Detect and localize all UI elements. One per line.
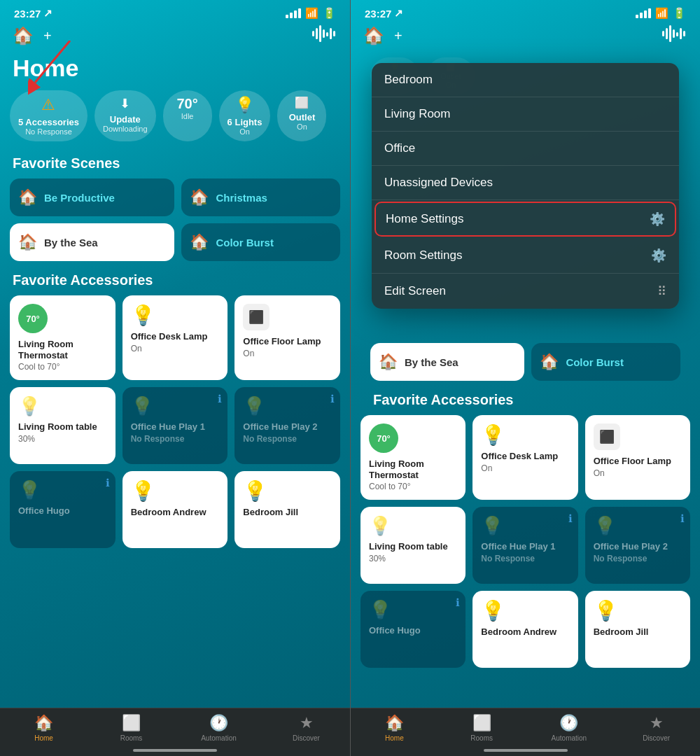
temp-icon: 70° bbox=[18, 304, 48, 333]
scenes-below-dropdown: 🏠 By the Sea 🏠 Color Burst Favorite Acce… bbox=[351, 343, 700, 668]
wifi-icon: 📶 bbox=[305, 7, 318, 20]
accessories-grid: 70° Living Room Thermostat Cool to 70° 💡… bbox=[10, 295, 340, 548]
tab-discover[interactable]: ★ Discover bbox=[262, 714, 350, 742]
rooms-tab-icon: ⬜ bbox=[122, 714, 141, 732]
svg-rect-14 bbox=[680, 28, 682, 39]
scene-color-burst-right[interactable]: 🏠 Color Burst bbox=[531, 343, 680, 381]
scene-icon: 🏠 bbox=[18, 188, 37, 206]
alert-icon: ⚠ bbox=[41, 96, 55, 114]
svg-rect-8 bbox=[333, 31, 335, 36]
accessory-office-floor-lamp[interactable]: ⬛ Office Floor Lamp On bbox=[234, 295, 340, 380]
scene-by-the-sea-right[interactable]: 🏠 By the Sea bbox=[370, 343, 524, 381]
dropdown-unassigned[interactable]: Unassigned Devices bbox=[372, 166, 679, 200]
accessory-hue-play-1-right[interactable]: ℹ 💡 Office Hue Play 1 No Response bbox=[472, 507, 578, 584]
alert-badge-icon: ℹ bbox=[330, 393, 335, 405]
accessory-living-room-table[interactable]: 💡 Living Room table 30% bbox=[10, 387, 115, 464]
accessory-table-lamp-right[interactable]: 💡 Living Room table 30% bbox=[360, 507, 465, 584]
dropdown-item-label: Living Room bbox=[384, 107, 451, 121]
bulb-dim-icon: 💡 bbox=[18, 396, 107, 417]
dropdown-item-label: Home Settings bbox=[386, 212, 464, 226]
home-button-right[interactable]: 🏠 bbox=[363, 26, 384, 46]
add-button-right[interactable]: + bbox=[394, 28, 402, 44]
status-pill-update[interactable]: ⬇ Update Downloading bbox=[94, 90, 156, 141]
scene-by-the-sea[interactable]: 🏠 By the Sea bbox=[10, 223, 174, 261]
dropdown-item-label: Office bbox=[384, 141, 415, 155]
tab-home-right[interactable]: 🏠 Home bbox=[351, 714, 438, 742]
discover-tab-icon: ★ bbox=[300, 714, 314, 732]
scenes-section-title: Favorite Scenes bbox=[0, 151, 350, 178]
svg-rect-12 bbox=[673, 29, 675, 38]
scenes-row-2: 🏠 By the Sea 🏠 Color Burst bbox=[0, 223, 350, 268]
home-button[interactable]: 🏠 bbox=[13, 26, 34, 46]
bulb-yellow-icon: 💡 bbox=[131, 479, 220, 503]
gear-icon-2: ⚙️ bbox=[651, 248, 666, 263]
dropdown-room-settings[interactable]: Room Settings ⚙️ bbox=[372, 238, 679, 274]
status-icons: 📶 🔋 bbox=[286, 7, 336, 20]
page-title: Home bbox=[0, 52, 350, 90]
scene-be-productive[interactable]: 🏠 Be Productive bbox=[10, 178, 174, 216]
tab-rooms[interactable]: ⬜ Rooms bbox=[88, 714, 175, 742]
svg-rect-10 bbox=[666, 28, 668, 39]
tab-discover-right[interactable]: ★ Discover bbox=[612, 714, 700, 742]
tab-rooms-right[interactable]: ⬜ Rooms bbox=[438, 714, 526, 742]
accessory-floor-lamp-right[interactable]: ⬛ Office Floor Lamp On bbox=[585, 415, 690, 500]
bulb-dim-yellow-right: 💡 bbox=[369, 515, 457, 537]
status-icons-right: 📶 🔋 bbox=[636, 7, 686, 20]
status-pill-outlet[interactable]: ⬜ Outlet On bbox=[277, 90, 326, 141]
bulb-dark-icon: 💡 bbox=[131, 396, 220, 417]
accessory-bedroom-jill[interactable]: 💡 Bedroom Jill bbox=[234, 471, 340, 548]
add-button[interactable]: + bbox=[43, 28, 52, 44]
wifi-icon-right: 📶 bbox=[655, 7, 668, 20]
status-pill-idle[interactable]: 70° Idle bbox=[163, 90, 212, 141]
tab-automation[interactable]: 🕐 Automation bbox=[175, 714, 262, 742]
time-label: 23:27 bbox=[14, 8, 41, 20]
bulb-dim-icon-right: 💡 bbox=[481, 515, 569, 537]
tab-automation-right[interactable]: 🕐 Automation bbox=[526, 714, 613, 742]
accessory-jill-right[interactable]: 💡 Bedroom Jill bbox=[585, 591, 690, 668]
scene-color-burst[interactable]: 🏠 Color Burst bbox=[181, 223, 340, 261]
accessory-hugo-right[interactable]: ℹ 💡 Office Hugo bbox=[360, 591, 465, 668]
scene-icon: 🏠 bbox=[190, 233, 209, 251]
grid-icon: ⠿ bbox=[657, 284, 666, 299]
accessory-living-room-thermostat[interactable]: 70° Living Room Thermostat Cool to 70° bbox=[10, 295, 115, 380]
svg-rect-13 bbox=[676, 32, 678, 36]
accessory-thermostat-right[interactable]: 70° Living Room Thermostat Cool to 70° bbox=[360, 415, 465, 500]
outlet-icon: ⬜ bbox=[295, 96, 309, 109]
bulb-yellow-icon: 💡 bbox=[131, 304, 220, 327]
status-pill-accessories[interactable]: ⚠ 5 Accessories No Response bbox=[10, 90, 88, 141]
dropdown-living-room[interactable]: Living Room bbox=[372, 97, 679, 132]
svg-rect-15 bbox=[683, 31, 685, 36]
dropdown-office[interactable]: Office bbox=[372, 132, 679, 166]
home-tab-icon: 🏠 bbox=[34, 714, 53, 732]
accessory-andrew-right[interactable]: 💡 Bedroom Andrew bbox=[472, 591, 578, 668]
accessory-hue-play-2[interactable]: ℹ 💡 Office Hue Play 2 No Response bbox=[234, 387, 340, 464]
accessories-section-title: Favorite Accessories bbox=[0, 268, 350, 295]
automation-tab-label-right: Automation bbox=[552, 734, 587, 742]
dropdown-item-label: Edit Screen bbox=[384, 284, 446, 298]
discover-tab-label-right: Discover bbox=[643, 734, 670, 742]
dropdown-bedroom[interactable]: Bedroom bbox=[372, 63, 679, 97]
status-bar-right: 23:27 ↗ 📶 🔋 bbox=[351, 0, 700, 22]
accessory-hue-play-1[interactable]: ℹ 💡 Office Hue Play 1 No Response bbox=[122, 387, 228, 464]
accessory-office-desk-lamp[interactable]: 💡 Office Desk Lamp On bbox=[122, 295, 228, 380]
accessory-office-hugo[interactable]: ℹ 💡 Office Hugo bbox=[10, 471, 115, 548]
dropdown-item-label: Room Settings bbox=[384, 248, 463, 262]
waveform-icon[interactable] bbox=[312, 25, 337, 46]
waveform-icon-right[interactable] bbox=[662, 25, 687, 46]
accessory-bedroom-andrew[interactable]: 💡 Bedroom Andrew bbox=[122, 471, 228, 548]
accessory-desk-lamp-right[interactable]: 💡 Office Desk Lamp On bbox=[472, 415, 578, 500]
status-pill-lights[interactable]: 💡 6 Lights On bbox=[219, 90, 271, 141]
download-icon: ⬇ bbox=[120, 96, 130, 111]
dropdown-edit-screen[interactable]: Edit Screen ⠿ bbox=[372, 274, 679, 309]
location-icon-right: ↗ bbox=[394, 7, 403, 20]
dropdown-item-label: Unassigned Devices bbox=[384, 176, 493, 190]
scene-christmas[interactable]: 🏠 Christmas bbox=[181, 178, 340, 216]
tab-home[interactable]: 🏠 Home bbox=[0, 714, 88, 742]
svg-rect-7 bbox=[330, 28, 332, 39]
dropdown-home-settings[interactable]: Home Settings ⚙️ bbox=[374, 202, 676, 237]
battery-icon-right: 🔋 bbox=[673, 7, 686, 20]
accessory-hue-play-2-right[interactable]: ℹ 💡 Office Hue Play 2 No Response bbox=[585, 507, 690, 584]
bulb-dark-icon: 💡 bbox=[243, 396, 332, 417]
automation-tab-icon-right: 🕐 bbox=[559, 714, 578, 732]
bulb-yellow-icon: 💡 bbox=[243, 479, 332, 503]
